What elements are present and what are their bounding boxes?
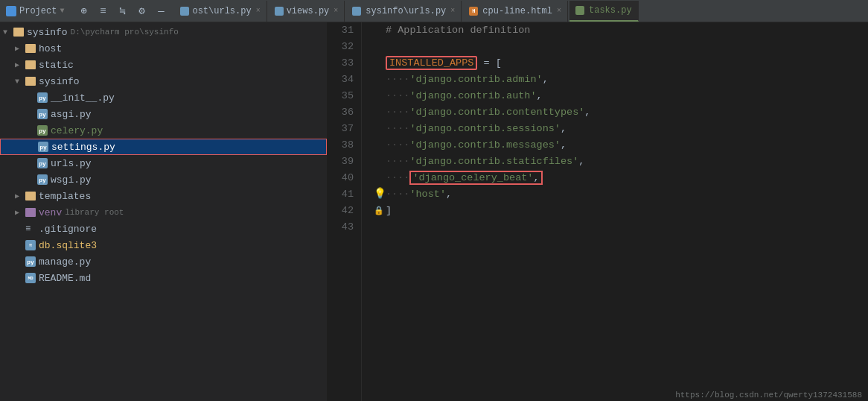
label-settings: settings.py — [51, 142, 115, 153]
tab-close-sysinfo-urls[interactable]: × — [450, 7, 455, 15]
tree-item-static[interactable]: ▶ static — [0, 57, 327, 73]
tab-label-host-urls: ost\urls.py — [192, 6, 251, 16]
arrow-static: ▶ — [15, 60, 24, 69]
structure-icon[interactable]: ≡ — [95, 4, 110, 19]
label-sysinfo-root: sysinfo — [27, 27, 68, 38]
line-num-40: 40 — [328, 170, 354, 186]
tab-views[interactable]: views.py × — [269, 1, 345, 22]
tab-sysinfo-urls[interactable]: sysinfo\urls.py × — [346, 1, 462, 22]
dots-41: ···· — [386, 186, 409, 203]
settings-icon[interactable]: ⚙ — [134, 4, 149, 19]
label-celery: celery.py — [51, 125, 103, 136]
label-urls: urls.py — [51, 158, 92, 169]
tree-item-settings[interactable]: py settings.py — [0, 139, 327, 155]
line-num-32: 32 — [328, 39, 354, 55]
tree-item-venv[interactable]: ▶ venv library root — [0, 204, 327, 221]
tab-cpu-html[interactable]: H cpu-line.html × — [463, 1, 568, 22]
tab-close-views[interactable]: × — [334, 7, 338, 15]
code-comment-31: # Application definition — [386, 22, 530, 39]
icon-asgi-py: py — [37, 109, 48, 119]
minus-icon[interactable]: — — [153, 4, 168, 19]
code-40-celery: 'django_celery_beat', — [409, 170, 542, 186]
code-37-str: 'django.contrib.sessions' — [409, 121, 561, 137]
code-line-35: ····'django.contrib.auth', — [374, 88, 868, 104]
tree-item-host[interactable]: ▶ host — [0, 40, 327, 57]
folder-icon-templates — [25, 192, 36, 200]
line-num-42: 42 — [328, 203, 354, 219]
icon-urls-py: py — [37, 158, 48, 168]
file-tree[interactable]: ▼ sysinfo D:\pycharm pro\sysinfo ▶ host … — [0, 22, 328, 401]
navigate-icon[interactable]: ⊕ — [76, 4, 91, 19]
tree-item-db[interactable]: ≋ db.sqlite3 — [0, 237, 327, 253]
tab-label-tasks: tasks.py — [589, 5, 632, 16]
label-db: db.sqlite3 — [39, 240, 97, 251]
folder-icon-sysinfo — [13, 28, 24, 37]
code-line-33: INSTALLED_APPS = [ — [374, 55, 868, 72]
code-40-str: 'django_celery_beat' — [412, 172, 533, 183]
code-area[interactable]: 31 32 33 34 35 36 37 38 39 40 41 42 43 #… — [328, 22, 868, 401]
code-line-39: ····'django.contrib.staticfiles', — [374, 154, 868, 170]
code-36-comma: , — [584, 104, 590, 121]
line-num-31: 31 — [328, 22, 354, 39]
installed-apps-kw: INSTALLED_APPS — [389, 57, 473, 69]
dots-37: ···· — [386, 121, 409, 137]
folder-icon-sysinfo-sub — [25, 77, 36, 86]
code-line-38: ····'django.contrib.messages', — [374, 137, 868, 154]
code-content[interactable]: # Application definition INSTALLED_APPS … — [362, 22, 868, 401]
code-38-str: 'django.contrib.messages' — [409, 137, 561, 154]
icon-celery-py: py — [37, 125, 48, 136]
icon-db: ≋ — [25, 240, 36, 250]
project-menu[interactable]: Project ▼ — [6, 6, 64, 16]
code-34-str: 'django.contrib.admin' — [409, 72, 542, 88]
label-host: host — [39, 43, 62, 54]
code-line-32 — [374, 39, 868, 55]
label-gitignore: .gitignore — [39, 224, 97, 235]
gutter-42: 🔒 — [374, 203, 386, 219]
code-39-str: 'django.contrib.staticfiles' — [409, 154, 578, 170]
arrow-sysinfo-sub: ▼ — [15, 78, 24, 86]
tree-item-wsgi[interactable]: py wsgi.py — [0, 171, 327, 188]
tab-tasks[interactable]: tasks.py — [569, 1, 639, 22]
project-label: Project — [19, 6, 57, 16]
arrow-sysinfo-root: ▼ — [3, 28, 12, 37]
label-static: static — [39, 60, 74, 71]
code-line-43 — [374, 219, 868, 236]
label-init: __init__.py — [51, 92, 115, 104]
tree-item-templates[interactable]: ▶ templates — [0, 188, 327, 204]
code-line-41: 💡 ····'host', — [374, 186, 868, 203]
tab-close-host-urls[interactable]: × — [256, 7, 261, 15]
tab-close-cpu-html[interactable]: × — [557, 7, 561, 15]
line-num-38: 38 — [328, 137, 354, 154]
gutter-41: 💡 — [374, 186, 386, 203]
code-line-36: ····'django.contrib.contenttypes', — [374, 104, 868, 121]
project-icon — [6, 6, 16, 16]
tree-item-sysinfo-root[interactable]: ▼ sysinfo D:\pycharm pro\sysinfo — [0, 24, 327, 40]
line-num-39: 39 — [328, 154, 354, 170]
bookmark-icon[interactable]: ≒ — [115, 4, 130, 19]
tree-item-urls[interactable]: py urls.py — [0, 155, 327, 171]
toolbar: Project ▼ ⊕ ≡ ≒ ⚙ — ost\urls.py × views.… — [0, 0, 868, 22]
code-40-comma: , — [533, 172, 539, 183]
tab-host-urls[interactable]: ost\urls.py × — [174, 1, 267, 22]
tree-item-celery[interactable]: py celery.py — [0, 122, 327, 139]
dots-36: ···· — [386, 104, 409, 121]
tree-item-sysinfo-sub[interactable]: ▼ sysinfo — [0, 73, 327, 89]
tree-item-gitignore[interactable]: ≡ .gitignore — [0, 221, 327, 237]
label-readme: README.md — [39, 273, 91, 284]
tree-item-init[interactable]: py __init__.py — [0, 89, 327, 106]
label-manage: manage.py — [39, 256, 91, 268]
code-35-comma: , — [537, 88, 543, 104]
dots-39: ···· — [386, 154, 409, 170]
tab-icon-py — [180, 7, 189, 16]
line-num-36: 36 — [328, 104, 354, 121]
tree-item-readme[interactable]: MD README.md — [0, 270, 327, 286]
tree-item-manage[interactable]: py manage.py — [0, 253, 327, 270]
code-33-eq: = [ — [477, 57, 501, 69]
tree-item-asgi[interactable]: py asgi.py — [0, 106, 327, 122]
arrow-templates: ▶ — [15, 192, 24, 200]
dots-38: ···· — [386, 137, 409, 154]
tabs-area: ost\urls.py × views.py × sysinfo\urls.py… — [174, 1, 862, 22]
watermark: https://blog.csdn.net/qwerty1372431588 — [675, 391, 862, 400]
label-sysinfo-sub: sysinfo — [39, 76, 80, 87]
tab-label-views: views.py — [287, 6, 330, 16]
